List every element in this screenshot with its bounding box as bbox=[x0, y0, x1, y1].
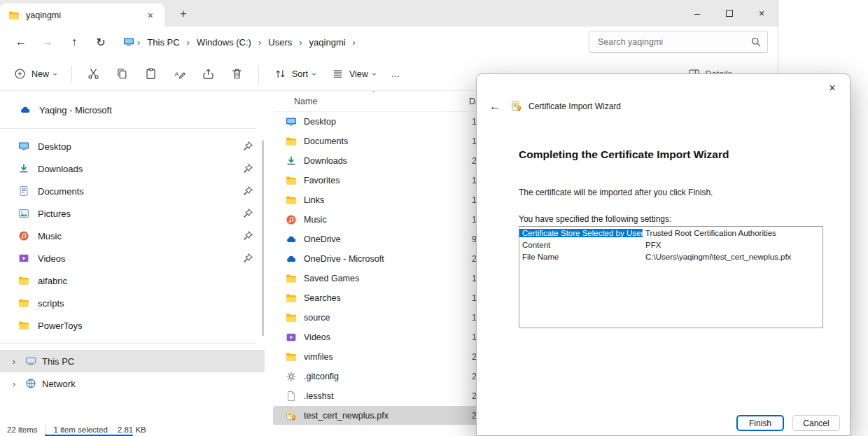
sidebar-item-onedrive-root[interactable]: Yaqing - Microsoft bbox=[0, 98, 265, 122]
sidebar-item-label: This PC bbox=[42, 356, 74, 367]
folder-icon bbox=[18, 275, 29, 286]
sort-button[interactable]: Sort › bbox=[267, 63, 322, 85]
cancel-button[interactable]: Cancel bbox=[792, 415, 840, 431]
breadcrumb-this-pc[interactable]: This PC bbox=[143, 34, 183, 50]
breadcrumb-windows-c[interactable]: Windows (C:) bbox=[192, 34, 255, 50]
pin-icon bbox=[242, 163, 253, 174]
view-button[interactable]: View › bbox=[325, 63, 382, 85]
tab-strip: yaqingmi × + – × bbox=[0, 0, 778, 27]
file-name: Searches bbox=[304, 293, 465, 303]
paste-button[interactable] bbox=[138, 63, 164, 85]
sidebar-item-videos[interactable]: Videos bbox=[0, 247, 265, 269]
folder-icon bbox=[18, 297, 29, 309]
sort-ascending-icon: ˆ bbox=[372, 91, 375, 98]
file-name: Downloads bbox=[304, 156, 465, 166]
dialog-buttons: Finish Cancel bbox=[736, 415, 840, 431]
music-icon bbox=[18, 230, 29, 241]
setting-key: Content bbox=[519, 241, 643, 249]
settings-row-certificate-store[interactable]: Certificate Store Selected by User Trust… bbox=[519, 227, 822, 239]
column-header-name[interactable]: Name bbox=[294, 97, 469, 106]
setting-key: Certificate Store Selected by User bbox=[519, 229, 643, 237]
downloads-icon bbox=[286, 155, 297, 167]
explorer-tab[interactable]: yaqingmi × bbox=[0, 3, 164, 27]
up-button[interactable]: ↑ bbox=[63, 31, 85, 53]
minimize-button[interactable]: – bbox=[681, 0, 713, 27]
search-input[interactable] bbox=[596, 36, 750, 48]
pin-icon bbox=[242, 208, 253, 219]
chevron-right-icon[interactable]: › bbox=[8, 356, 20, 367]
music-icon bbox=[286, 214, 297, 225]
sidebar-item-label: Pictures bbox=[38, 209, 234, 219]
back-button[interactable]: ← bbox=[10, 31, 32, 53]
pin-icon bbox=[242, 185, 253, 197]
wizard-intro-text: The certificate will be imported after y… bbox=[519, 188, 713, 197]
search-icon[interactable] bbox=[750, 36, 762, 48]
finish-button[interactable]: Finish bbox=[736, 415, 784, 431]
sidebar-item-label: scripts bbox=[38, 298, 265, 309]
toolbar-divider bbox=[258, 66, 259, 83]
wizard-settings-list: Certificate Store Selected by User Trust… bbox=[519, 226, 823, 328]
tab-title: yaqingmi bbox=[26, 10, 137, 20]
folder-icon bbox=[8, 10, 20, 21]
rename-button[interactable]: A bbox=[167, 63, 192, 85]
folder-icon bbox=[286, 273, 297, 284]
breadcrumb-yaqingmi[interactable]: yaqingmi bbox=[305, 34, 350, 50]
sidebar-item-label: Music bbox=[38, 231, 234, 241]
share-button[interactable] bbox=[195, 63, 221, 85]
sidebar-item-desktop[interactable]: Desktop bbox=[0, 135, 265, 157]
chevron-right-icon: › bbox=[186, 37, 191, 48]
sidebar-item-network[interactable]: › Network bbox=[0, 372, 265, 395]
new-tab-button[interactable]: + bbox=[175, 6, 192, 22]
dialog-close-button[interactable]: × bbox=[822, 78, 843, 98]
sidebar-item-scripts[interactable]: scripts bbox=[0, 292, 265, 314]
copy-button[interactable] bbox=[109, 63, 135, 85]
file-name: Favorites bbox=[304, 176, 465, 185]
settings-row-content[interactable]: Content PFX bbox=[519, 239, 822, 251]
sidebar-item-powertoys[interactable]: PowerToys bbox=[0, 314, 265, 337]
more-options-button[interactable]: … bbox=[385, 65, 407, 83]
cut-button[interactable] bbox=[80, 63, 106, 85]
sidebar-item-aifabric[interactable]: aifabric bbox=[0, 269, 265, 292]
sidebar-item-music[interactable]: Music bbox=[0, 225, 265, 247]
sidebar-item-this-pc[interactable]: › This PC bbox=[0, 350, 265, 372]
settings-row-file-name[interactable]: File Name C:\Users\yaqingmi\test_cert_ne… bbox=[519, 251, 822, 262]
sort-button-label: Sort bbox=[292, 69, 308, 79]
sidebar-divider bbox=[0, 128, 256, 129]
view-button-label: View bbox=[349, 69, 368, 79]
paste-icon bbox=[144, 67, 158, 80]
pin-icon bbox=[242, 230, 253, 241]
sidebar-divider bbox=[0, 343, 256, 344]
onedrive-cloud-icon bbox=[286, 253, 297, 265]
computer-icon bbox=[25, 356, 36, 367]
folder-icon bbox=[286, 312, 297, 323]
onedrive-cloud-icon bbox=[286, 234, 297, 245]
delete-button[interactable] bbox=[224, 63, 250, 85]
sidebar-item-downloads[interactable]: Downloads bbox=[0, 157, 265, 180]
sidebar-item-label: Downloads bbox=[38, 164, 234, 174]
dialog-back-button[interactable]: ← bbox=[485, 99, 505, 114]
chevron-right-icon: › bbox=[257, 37, 262, 48]
downloads-icon bbox=[18, 163, 29, 174]
svg-text:A: A bbox=[174, 71, 178, 78]
desktop-icon bbox=[18, 141, 29, 152]
chevron-right-icon[interactable]: › bbox=[8, 379, 20, 389]
search-box bbox=[589, 31, 768, 53]
tab-close-icon[interactable]: × bbox=[144, 10, 158, 21]
sidebar-item-label: PowerToys bbox=[38, 321, 265, 331]
file-name: vimfiles bbox=[304, 352, 465, 362]
network-icon bbox=[25, 378, 36, 389]
breadcrumb-users[interactable]: Users bbox=[264, 34, 296, 50]
new-icon bbox=[13, 67, 27, 80]
sidebar-item-pictures[interactable]: Pictures bbox=[0, 202, 265, 225]
maximize-icon bbox=[726, 10, 733, 17]
chevron-right-icon: › bbox=[351, 37, 357, 48]
certificate-wizard-icon bbox=[511, 101, 522, 112]
new-button[interactable]: New › bbox=[7, 63, 63, 85]
maximize-button[interactable] bbox=[713, 0, 746, 27]
sidebar-item-documents[interactable]: Documents bbox=[0, 180, 265, 202]
documents-icon bbox=[18, 185, 29, 197]
forward-button[interactable]: → bbox=[36, 31, 59, 53]
sidebar-scrollbar[interactable] bbox=[262, 140, 264, 336]
close-button[interactable]: × bbox=[746, 0, 778, 27]
refresh-button[interactable]: ↻ bbox=[90, 31, 112, 53]
